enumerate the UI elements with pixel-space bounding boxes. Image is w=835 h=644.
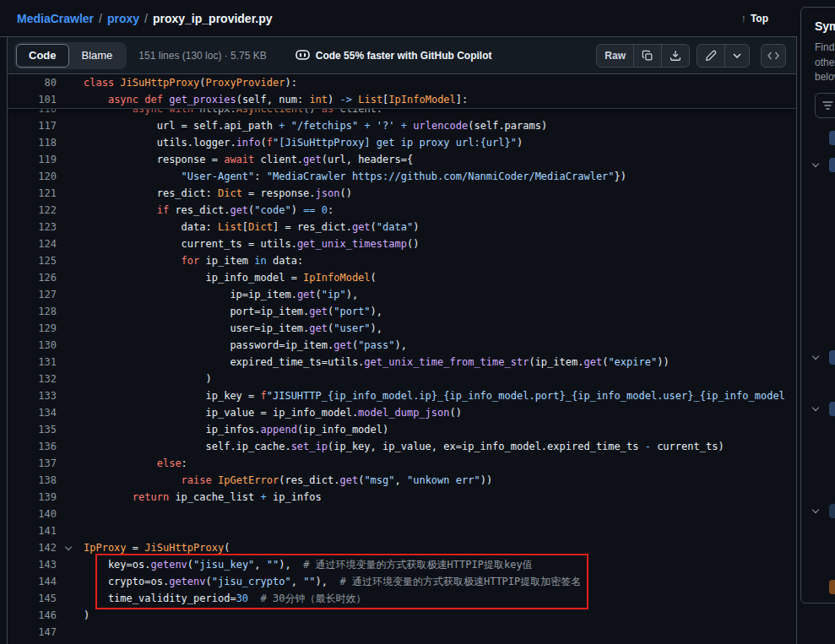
- code-text: ip=ip_item.get("ip"),: [84, 286, 358, 303]
- code-text: crypto=os.getenv("jisu_crypto", ""), # 通…: [84, 573, 581, 590]
- code-blame-switcher: Code Blame: [14, 42, 127, 69]
- fold-gutter: [57, 404, 84, 421]
- fold-gutter: [57, 438, 84, 455]
- code-text: "User-Agent": "MediaCrawler https://gith…: [84, 168, 626, 185]
- line-number[interactable]: 128: [8, 303, 57, 320]
- line-number[interactable]: 124: [8, 235, 57, 252]
- fold-gutter: [57, 371, 84, 387]
- chevron-down-icon[interactable]: [812, 506, 819, 513]
- symbol-badge[interactable]: [829, 402, 835, 416]
- symbols-panel-description: Find definitions and references for func…: [815, 41, 835, 85]
- breadcrumb-folder-link[interactable]: proxy: [107, 12, 139, 25]
- tab-code[interactable]: Code: [16, 44, 69, 68]
- code-text: async def get_proxies(self, num: int) ->…: [84, 91, 468, 108]
- line-number[interactable]: 143: [8, 556, 57, 573]
- back-to-top-button[interactable]: ↑ Top: [740, 12, 768, 24]
- line-number[interactable]: 129: [8, 320, 57, 337]
- symbols-tree-row[interactable]: [801, 504, 835, 519]
- line-number[interactable]: 140: [8, 506, 57, 522]
- line-number[interactable]: 145: [8, 590, 57, 607]
- code-line-121: 121 res_dict: Dict = response.json(): [8, 185, 796, 202]
- copy-button[interactable]: [633, 45, 661, 67]
- line-number[interactable]: 136: [8, 438, 57, 455]
- line-number[interactable]: 127: [8, 286, 57, 303]
- symbols-tree-row[interactable]: [801, 158, 835, 173]
- symbol-badge[interactable]: [829, 131, 835, 145]
- symbols-tree-row[interactable]: [801, 131, 835, 146]
- code-line-132: 132 ): [8, 371, 796, 387]
- symbol-badge[interactable]: [829, 158, 835, 172]
- symbols-tree-row[interactable]: [801, 350, 835, 365]
- line-number[interactable]: 139: [8, 489, 57, 506]
- line-number[interactable]: 123: [8, 219, 57, 235]
- chevron-down-icon[interactable]: [812, 404, 819, 411]
- line-number[interactable]: 131: [8, 354, 57, 371]
- raw-copy-download-group: Raw: [596, 44, 690, 68]
- code-text: current_ts = utils.get_unix_timestamp(): [84, 235, 419, 252]
- symbols-panel-toggle-button[interactable]: [761, 44, 786, 68]
- symbols-tree-row[interactable]: [801, 402, 835, 417]
- line-number[interactable]: 80: [8, 74, 57, 91]
- code-text: res_dict: Dict = response.json(): [84, 185, 352, 202]
- breadcrumb-separator: /: [94, 12, 107, 25]
- code-line-144: 144 crypto=os.getenv("jisu_crypto", ""),…: [8, 573, 796, 590]
- line-number[interactable]: 146: [8, 607, 57, 624]
- fold-gutter: [57, 286, 84, 303]
- symbols-tree-row[interactable]: [801, 580, 835, 595]
- line-number[interactable]: 125: [8, 252, 57, 269]
- code-text: raise IpGetError(res_dict.get("msg", "un…: [84, 472, 492, 489]
- line-number[interactable]: 135: [8, 421, 57, 438]
- code-line-134: 134 ip_value = ip_info_model.model_dump_…: [8, 404, 796, 421]
- line-number[interactable]: 101: [8, 91, 57, 108]
- line-number[interactable]: 138: [8, 472, 57, 489]
- breadcrumb-repo-link[interactable]: MediaCrawler: [17, 12, 94, 25]
- tab-blame[interactable]: Blame: [69, 44, 126, 68]
- line-number[interactable]: 144: [8, 573, 57, 590]
- download-button[interactable]: [661, 45, 689, 67]
- file-meta-info: 151 lines (130 loc) · 5.75 KB: [138, 50, 266, 62]
- code-text: time_validity_period=30 # 30分钟（最长时效）: [84, 590, 366, 607]
- fold-gutter: [57, 455, 84, 472]
- code-line-138: 138 raise IpGetError(res_dict.get("msg",…: [8, 472, 796, 489]
- edit-button[interactable]: [697, 45, 724, 67]
- code-text: self.ip_cache.set_ip(ip_key, ip_value, e…: [84, 438, 724, 455]
- symbol-badge[interactable]: [829, 350, 835, 365]
- fold-toggle[interactable]: [57, 539, 84, 556]
- line-number[interactable]: 119: [8, 151, 57, 168]
- download-icon: [670, 50, 681, 62]
- code-text: expired_time_ts=utils.get_unix_time_from…: [84, 354, 670, 371]
- line-number[interactable]: 118: [8, 134, 57, 151]
- filter-icon: [822, 101, 833, 110]
- line-number[interactable]: 133: [8, 387, 57, 404]
- fold-gutter: [57, 489, 84, 506]
- code-line-140: 140: [8, 506, 796, 522]
- code-line-143: 143 key=os.getenv("jisu_key", ""), # 通过环…: [8, 556, 796, 573]
- chevron-down-icon[interactable]: [812, 353, 819, 360]
- line-number[interactable]: 120: [8, 168, 57, 185]
- copilot-banner-text: Code 55% faster with GitHub Copilot: [316, 50, 492, 62]
- fold-gutter: [57, 202, 84, 219]
- code-line-124: 124 current_ts = utils.get_unix_timestam…: [8, 235, 796, 252]
- chevron-down-icon[interactable]: [812, 160, 819, 167]
- edit-button-group: [697, 44, 750, 68]
- symbol-badge[interactable]: [829, 580, 835, 594]
- code-line-137: 137 else:: [8, 455, 796, 472]
- line-number[interactable]: 137: [8, 455, 57, 472]
- line-number[interactable]: 147: [8, 624, 57, 641]
- fold-gutter: [57, 556, 84, 573]
- line-number[interactable]: 130: [8, 337, 57, 354]
- line-number[interactable]: 134: [8, 404, 57, 421]
- fold-gutter: [57, 320, 84, 337]
- edit-dropdown-button[interactable]: [724, 45, 749, 67]
- code-line-123: 123 data: List[Dict] = res_dict.get("dat…: [8, 219, 796, 235]
- line-number[interactable]: 122: [8, 202, 57, 219]
- line-number[interactable]: 121: [8, 185, 57, 202]
- line-number[interactable]: 132: [8, 371, 57, 387]
- line-number[interactable]: 142: [8, 539, 57, 556]
- code-line-125: 125 for ip_item in data:: [8, 252, 796, 269]
- line-number[interactable]: 117: [8, 117, 57, 134]
- line-number[interactable]: 141: [8, 522, 57, 539]
- line-number[interactable]: 126: [8, 269, 57, 286]
- raw-button[interactable]: Raw: [597, 45, 633, 67]
- symbol-badge[interactable]: [829, 504, 835, 518]
